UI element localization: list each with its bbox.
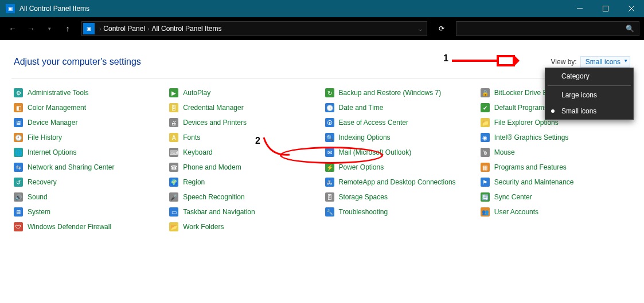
item-keyboard[interactable]: ⌨Keyboard xyxy=(169,147,319,158)
item-device-manager[interactable]: 🖥Device Manager xyxy=(14,117,163,128)
globe-icon: 🌐 xyxy=(14,148,23,157)
item-file-history[interactable]: 🕘File History xyxy=(14,132,163,143)
address-dropdown-icon[interactable]: ⌵ xyxy=(415,26,426,32)
item-label: Devices and Printers xyxy=(183,119,247,127)
item-label: RemoteApp and Desktop Connections xyxy=(339,178,456,186)
up-button[interactable]: ↑ xyxy=(60,21,76,37)
item-region[interactable]: 🌍Region xyxy=(169,177,319,187)
item-intel-graphics[interactable]: ◉Intel® Graphics Settings xyxy=(481,132,630,143)
item-ease-of-access[interactable]: ⦿Ease of Access Center xyxy=(325,117,475,128)
default-icon: ✔ xyxy=(481,103,490,112)
autoplay-icon: ▶ xyxy=(169,88,178,97)
item-administrative-tools[interactable]: ⚙Administrative Tools xyxy=(14,88,163,98)
item-label: Indexing Options xyxy=(339,133,391,141)
item-indexing-options[interactable]: 🔍Indexing Options xyxy=(325,132,475,143)
system-icon: 🖥 xyxy=(14,207,23,217)
item-label: Taskbar and Navigation xyxy=(183,208,255,216)
item-label: Windows Defender Firewall xyxy=(28,223,111,231)
item-taskbar[interactable]: ▭Taskbar and Navigation xyxy=(169,207,319,217)
printer-icon: 🖨 xyxy=(169,118,178,127)
item-recovery[interactable]: ↺Recovery xyxy=(14,177,163,187)
item-mail[interactable]: ✉Mail (Microsoft Outlook) xyxy=(325,147,475,158)
workfolder-icon: 📂 xyxy=(169,222,178,231)
item-storage-spaces[interactable]: 🗄Storage Spaces xyxy=(325,192,475,202)
index-icon: 🔍 xyxy=(325,133,334,142)
item-remoteapp[interactable]: 🖧RemoteApp and Desktop Connections xyxy=(325,177,475,187)
item-label: Phone and Modem xyxy=(183,163,241,171)
item-sync-center[interactable]: 🔄Sync Center xyxy=(481,192,630,202)
item-label: Backup and Restore (Windows 7) xyxy=(339,89,442,97)
recovery-icon: ↺ xyxy=(14,178,23,187)
item-mouse[interactable]: 🖱Mouse xyxy=(481,147,630,158)
item-credential-manager[interactable]: 🗄Credential Manager xyxy=(169,103,319,113)
item-label: Date and Time xyxy=(339,104,384,112)
window-title: All Control Panel Items xyxy=(19,5,567,13)
item-user-accounts[interactable]: 👥User Accounts xyxy=(481,207,630,217)
access-icon: ⦿ xyxy=(325,118,334,127)
address-bar[interactable]: ▣ › Control Panel › All Control Panel It… xyxy=(81,21,427,36)
view-by-control: View by: Small icons xyxy=(551,56,631,68)
tools-icon: ⚙ xyxy=(14,88,23,97)
close-button[interactable] xyxy=(618,0,644,17)
item-label: File History xyxy=(28,133,62,141)
dropdown-item-small[interactable]: Small icons xyxy=(545,103,633,119)
item-defender-firewall[interactable]: 🛡Windows Defender Firewall xyxy=(14,222,163,232)
items-grid: ⚙Administrative Tools ▶AutoPlay ↻Backup … xyxy=(11,88,633,232)
refresh-button[interactable]: ⟳ xyxy=(434,21,449,36)
item-security-maintenance[interactable]: ⚑Security and Maintenance xyxy=(481,177,630,187)
item-troubleshooting[interactable]: 🔧Troubleshooting xyxy=(325,207,475,217)
item-fonts[interactable]: AFonts xyxy=(169,132,319,143)
item-network-sharing[interactable]: ⇆Network and Sharing Center xyxy=(14,162,163,172)
device-icon: 🖥 xyxy=(14,118,23,127)
forward-button[interactable]: → xyxy=(23,21,39,37)
minimize-button[interactable] xyxy=(567,0,592,17)
item-devices-printers[interactable]: 🖨Devices and Printers xyxy=(169,117,319,128)
flag-icon: ⚑ xyxy=(481,178,490,187)
mouse-icon: 🖱 xyxy=(481,148,490,157)
dropdown-item-category[interactable]: Category xyxy=(545,68,633,84)
user-icon: 👥 xyxy=(481,207,490,217)
item-color-management[interactable]: ◧Color Management xyxy=(14,103,163,113)
taskbar-icon: ▭ xyxy=(169,207,178,217)
item-phone-modem[interactable]: ☎Phone and Modem xyxy=(169,162,319,172)
view-by-dropdown[interactable]: Category Large icons Small icons xyxy=(545,68,634,120)
item-label: Mail (Microsoft Outlook) xyxy=(339,148,412,156)
mail-icon: ✉ xyxy=(325,148,334,157)
dropdown-item-large[interactable]: Large icons xyxy=(545,87,633,103)
item-label: Default Programs xyxy=(494,104,548,112)
back-button[interactable]: ← xyxy=(5,21,21,37)
view-by-select[interactable]: Small icons xyxy=(580,56,630,68)
search-box[interactable]: 🔍 xyxy=(456,21,639,36)
item-work-folders[interactable]: 📂Work Folders xyxy=(169,222,319,232)
item-label: Programs and Features xyxy=(494,163,567,171)
breadcrumb-root[interactable]: Control Panel xyxy=(103,25,145,33)
item-programs-features[interactable]: ▦Programs and Features xyxy=(481,162,630,172)
breadcrumb-sep-icon: › xyxy=(99,26,101,32)
item-label: User Accounts xyxy=(494,208,538,216)
keyboard-icon: ⌨ xyxy=(169,148,178,157)
recent-dropdown[interactable]: ▾ xyxy=(41,21,57,37)
item-system[interactable]: 🖥System xyxy=(14,207,163,217)
breadcrumb-current[interactable]: All Control Panel Items xyxy=(151,25,221,33)
svg-rect-0 xyxy=(603,6,608,11)
item-label: System xyxy=(28,208,50,216)
item-label: Recovery xyxy=(28,178,57,186)
wrench-icon: 🔧 xyxy=(325,207,334,217)
item-autoplay[interactable]: ▶AutoPlay xyxy=(169,88,319,98)
item-power-options[interactable]: ⚡Power Options xyxy=(325,162,475,172)
item-backup-restore[interactable]: ↻Backup and Restore (Windows 7) xyxy=(325,88,475,98)
view-by-label: View by: xyxy=(551,58,577,66)
sound-icon: 🔊 xyxy=(14,192,23,202)
item-sound[interactable]: 🔊Sound xyxy=(14,192,163,202)
item-speech[interactable]: 🎤Speech Recognition xyxy=(169,192,319,202)
item-label: Internet Options xyxy=(28,148,76,156)
item-label: Security and Maintenance xyxy=(494,178,574,186)
toolbar: ← → ▾ ↑ ▣ › Control Panel › All Control … xyxy=(0,17,644,40)
item-label: Device Manager xyxy=(28,119,77,127)
maximize-button[interactable] xyxy=(592,0,618,17)
item-label: Speech Recognition xyxy=(183,193,244,201)
folder-icon: 📁 xyxy=(481,118,490,127)
clock-icon: 🕒 xyxy=(325,103,334,112)
item-internet-options[interactable]: 🌐Internet Options xyxy=(14,147,163,158)
item-date-time[interactable]: 🕒Date and Time xyxy=(325,103,475,113)
